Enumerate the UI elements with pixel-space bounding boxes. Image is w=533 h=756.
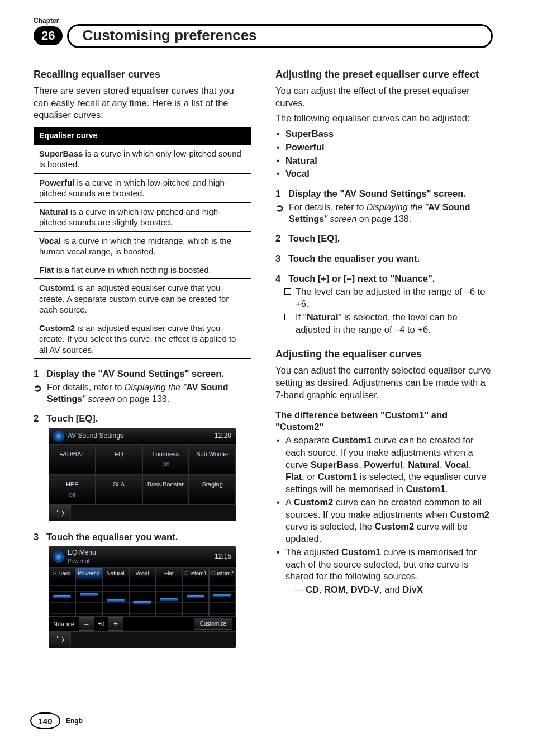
language-code: Engb — [66, 717, 83, 725]
eq-tab-sbass[interactable]: S.Bass — [49, 567, 75, 580]
step2: 2 Touch [EQ]. — [34, 413, 251, 425]
eq-tab-flat[interactable]: Flat — [155, 567, 182, 580]
arrow-right-icon: ➲ — [275, 202, 284, 215]
diff-item-2: A Custom2 curve can be created common to… — [275, 497, 493, 545]
adj-preset-para1: You can adjust the effect of the preset … — [275, 85, 493, 110]
adj-list: SuperBass Powerful Natural Vocal — [275, 128, 493, 180]
ss-cell-staging[interactable]: Staging — [189, 474, 236, 504]
ss-cell-bassbooster[interactable]: Bass Booster — [142, 474, 189, 504]
ss-cell-fadbal[interactable]: FAD/BAL — [49, 444, 96, 474]
table-row: Powerful is a curve in which low-pitched… — [34, 174, 251, 203]
table-row: Flat is a flat curve in which nothing is… — [34, 261, 251, 280]
ss-cell-loudness[interactable]: LoudnessOff — [142, 444, 189, 474]
ss-cell-subwoofer[interactable]: Sub Woofer — [189, 444, 236, 474]
checkbox-icon — [284, 288, 291, 295]
adj-curves-title: Adjusting the equaliser curves — [275, 348, 493, 361]
back-button[interactable]: ⮌ — [49, 632, 71, 648]
checkbox-icon — [284, 314, 291, 320]
customize-button[interactable]: Customize — [194, 618, 232, 630]
table-header: Equaliser curve — [34, 127, 251, 144]
back-icon: ⮌ — [55, 634, 64, 645]
page-footer: 140 Engb — [30, 712, 83, 729]
table-row: Custom2 is an adjusted equaliser curve t… — [34, 319, 251, 360]
right-column: Adjusting the preset equaliser curve eff… — [275, 68, 493, 658]
av-sound-settings-screenshot: AV Sound Settings 12:20 FAD/BAL EQ Loudn… — [49, 428, 236, 521]
xref: ➲ For details, refer to Displaying the "… — [275, 201, 493, 225]
step1: 1 Display the "AV Sound Settings" screen… — [34, 368, 251, 380]
eq-menu-screenshot: EQ Menu Powerful 12:15 S.Bass Powerful N… — [49, 546, 236, 648]
arrow-right-icon: ➲ — [34, 382, 42, 395]
ss1-time: 12:20 — [215, 432, 231, 441]
ss-cell-hpf[interactable]: HPFOff — [49, 474, 96, 504]
eq-tab-vocal[interactable]: Vocal — [129, 567, 156, 580]
back-icon: ⮌ — [55, 507, 64, 519]
diff-item-1: A separate Custom1 curve can be created … — [275, 434, 493, 495]
chapter-title-pill: Customising preferences — [67, 24, 493, 48]
nuance-plus-button[interactable]: + — [108, 617, 123, 631]
back-button[interactable]: ⮌ — [49, 505, 71, 521]
eq-tab-custom1[interactable]: Custom1 — [182, 567, 209, 580]
eq-curve-table: Equaliser curve SuperBass is a curve in … — [34, 127, 251, 359]
ss2-title: EQ Menu — [68, 549, 96, 557]
gear-icon — [53, 431, 64, 442]
r-step4: 4 Touch [+] or [–] next to "Nuance". — [275, 273, 493, 285]
dash-line: CD, ROM, DVD-V, and DivX — [285, 584, 493, 596]
gear-icon — [53, 551, 64, 563]
ss1-title: AV Sound Settings — [68, 432, 123, 441]
adj-preset-title: Adjusting the preset equaliser curve eff… — [275, 68, 493, 82]
chapter-title: Customising preferences — [82, 27, 256, 44]
xref: ➲ For details, refer to Displaying the "… — [34, 381, 251, 405]
chapter-label: Chapter — [34, 17, 493, 25]
eq-tab-custom2[interactable]: Custom2 — [209, 567, 236, 580]
adj-curves-para: You can adjust the currently selected eq… — [275, 365, 493, 401]
r-step2: 2 Touch [EQ]. — [275, 233, 493, 245]
table-row: Vocal is a curve in which the midrange, … — [34, 232, 251, 261]
eq-tab-natural[interactable]: Natural — [102, 567, 129, 580]
left-column: Recalling equaliser curves There are sev… — [34, 68, 251, 658]
diff-title: The difference between "Custom1" and "Cu… — [275, 409, 493, 434]
nuance-value: ±0 — [94, 620, 108, 629]
ss2-time: 12:15 — [215, 552, 231, 561]
chapter-header: 26 Customising preferences — [34, 26, 493, 46]
eq-tab-powerful[interactable]: Powerful — [75, 567, 102, 580]
ss-cell-eq[interactable]: EQ — [96, 444, 142, 474]
recall-title: Recalling equaliser curves — [34, 68, 251, 82]
adj-preset-para2: The following equaliser curves can be ad… — [275, 112, 493, 125]
recall-para: There are seven stored equaliser curves … — [34, 85, 251, 121]
page-number: 140 — [30, 712, 60, 729]
diff-item-3: The adjusted Custom1 curve is memorised … — [275, 546, 493, 596]
r-step1: 1 Display the "AV Sound Settings" screen… — [275, 188, 493, 200]
nuance-minus-button[interactable]: – — [79, 617, 94, 631]
step4-notes: The level can be adjusted in the range o… — [275, 286, 493, 336]
table-row: SuperBass is a curve in which only low-p… — [34, 145, 251, 174]
chapter-number: 26 — [34, 26, 63, 45]
step3: 3 Touch the equaliser you want. — [34, 531, 251, 544]
table-row: Natural is a curve in which low-pitched … — [34, 203, 251, 232]
ss2-subtitle: Powerful — [68, 557, 96, 565]
diff-list: A separate Custom1 curve can be created … — [275, 434, 493, 596]
table-row: Custom1 is an adjusted equaliser curve t… — [34, 279, 251, 319]
ss-cell-sla[interactable]: SLA — [96, 474, 142, 504]
nuance-label: Nuance — [49, 617, 79, 632]
r-step3: 3 Touch the equaliser you want. — [275, 253, 493, 265]
